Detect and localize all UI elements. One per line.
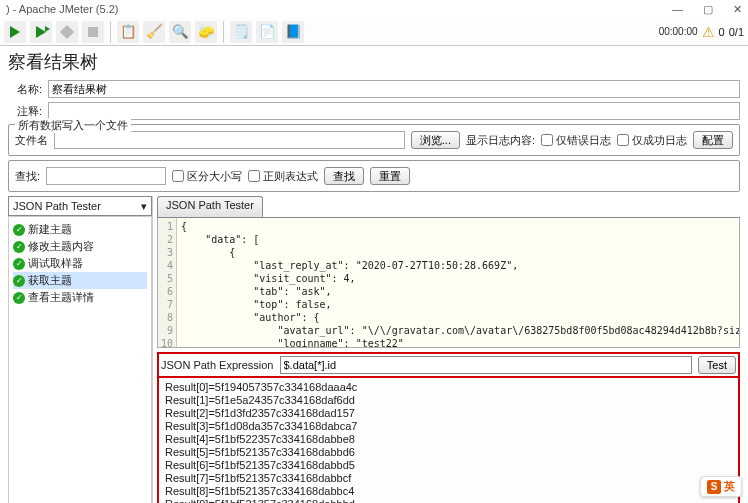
close-icon[interactable]: ✕: [733, 3, 742, 16]
toolbar-icon-3[interactable]: 🔍: [169, 21, 191, 43]
write-file-group: 所有数据写入一个文件 文件名 浏览... 显示日志内容: 仅错误日志 仅成功日志…: [8, 124, 740, 156]
search-group: 查找: 区分大小写 正则表达式 查找 重置: [8, 160, 740, 192]
ime-badge[interactable]: S英: [700, 476, 742, 497]
tree-item-label: 查看主题详情: [28, 290, 94, 305]
regex-label: 正则表达式: [263, 169, 318, 184]
search-label: 查找:: [15, 169, 40, 184]
minimize-icon[interactable]: —: [672, 3, 683, 16]
only-success-checkbox[interactable]: [617, 131, 629, 149]
tree-item-label: 修改主题内容: [28, 239, 94, 254]
case-sensitive-label: 区分大小写: [187, 169, 242, 184]
results-tree[interactable]: ✓新建主题✓修改主题内容✓调试取样器✓获取主题✓查看主题详情: [8, 216, 152, 503]
tree-item[interactable]: ✓调试取样器: [13, 255, 147, 272]
run-button[interactable]: [4, 21, 26, 43]
json-content: { "data": [ { "last_reply_at": "2020-07-…: [177, 218, 740, 348]
stop-button[interactable]: [82, 21, 104, 43]
warn-count: 0: [719, 26, 725, 38]
search-input[interactable]: [46, 167, 166, 185]
json-viewer[interactable]: 1 2 3 4 5 6 7 8 9 10 11 12 { "data": [ {…: [157, 218, 740, 348]
comment-input[interactable]: [48, 102, 740, 120]
run-all-button[interactable]: [30, 21, 52, 43]
ime-icon: S: [707, 480, 721, 494]
tree-item[interactable]: ✓修改主题内容: [13, 238, 147, 255]
panel-title: 察看结果树: [8, 50, 740, 74]
filename-input[interactable]: [54, 131, 405, 149]
thread-count: 0/1: [729, 26, 744, 38]
toolbar-icon-6[interactable]: 📄: [256, 21, 278, 43]
ime-text: 英: [724, 480, 735, 492]
toolbar-icon-5[interactable]: 🗒️: [230, 21, 252, 43]
json-path-expression-input[interactable]: [280, 356, 692, 374]
toolbar-icon-7[interactable]: 📘: [282, 21, 304, 43]
case-sensitive-checkbox[interactable]: [172, 170, 184, 182]
maximize-icon[interactable]: ▢: [703, 3, 713, 16]
tree-item[interactable]: ✓查看主题详情: [13, 289, 147, 306]
result-line: Result[6]=5f1bf521357c334168dabbd5: [165, 459, 732, 472]
tree-item-label: 获取主题: [28, 273, 72, 288]
result-line: Result[9]=5f1bf521357c334168dabbbd: [165, 498, 732, 503]
window-titlebar: ) - Apache JMeter (5.2) — ▢ ✕: [0, 0, 748, 18]
result-line: Result[1]=5f1e5a24357c334168daf6dd: [165, 394, 732, 407]
results-output[interactable]: Result[0]=5f194057357c334168daaa4cResult…: [157, 378, 740, 503]
chevron-down-icon: ▾: [141, 200, 147, 213]
configure-button[interactable]: 配置: [693, 131, 733, 149]
reset-button[interactable]: 重置: [370, 167, 410, 185]
window-title: ) - Apache JMeter (5.2): [6, 3, 119, 15]
json-path-expression-row: JSON Path Expression Test: [157, 352, 740, 378]
toolbar-icon-1[interactable]: 📋: [117, 21, 139, 43]
result-line: Result[7]=5f1bf521357c334168dabbcf: [165, 472, 732, 485]
comment-label: 注释:: [8, 104, 42, 119]
elapsed-timer: 00:00:00: [659, 26, 698, 37]
regex-checkbox[interactable]: [248, 170, 260, 182]
success-icon: ✓: [13, 292, 25, 304]
only-errors-label: 仅错误日志: [556, 133, 611, 148]
test-button[interactable]: Test: [698, 356, 736, 374]
result-line: Result[0]=5f194057357c334168daaa4c: [165, 381, 732, 394]
line-gutter: 1 2 3 4 5 6 7 8 9 10 11 12: [158, 218, 177, 348]
result-line: Result[4]=5f1bf522357c334168dabbe8: [165, 433, 732, 446]
result-line: Result[8]=5f1bf521357c334168dabbc4: [165, 485, 732, 498]
result-line: Result[3]=5f1d08da357c334168dabca7: [165, 420, 732, 433]
tree-item[interactable]: ✓获取主题: [13, 272, 147, 289]
warning-icon[interactable]: ⚠: [702, 24, 715, 40]
search-button[interactable]: 查找: [324, 167, 364, 185]
tree-item[interactable]: ✓新建主题: [13, 221, 147, 238]
tree-item-label: 新建主题: [28, 222, 72, 237]
json-path-expression-label: JSON Path Expression: [161, 359, 274, 371]
name-label: 名称:: [8, 82, 42, 97]
success-icon: ✓: [13, 224, 25, 236]
tab-json-path-tester[interactable]: JSON Path Tester: [157, 196, 263, 217]
show-log-label: 显示日志内容:: [466, 133, 535, 148]
result-line: Result[5]=5f1bf521357c334168dabbd6: [165, 446, 732, 459]
write-file-legend: 所有数据写入一个文件: [15, 118, 131, 133]
record-button[interactable]: [56, 21, 78, 43]
only-errors-checkbox[interactable]: [541, 131, 553, 149]
viewer-selector[interactable]: JSON Path Tester ▾: [8, 196, 152, 216]
main-toolbar: 📋 🧹 🔍 🧽 🗒️ 📄 📘 00:00:00 ⚠ 0 0/1: [0, 18, 748, 46]
viewer-selector-label: JSON Path Tester: [13, 200, 101, 212]
tree-item-label: 调试取样器: [28, 256, 83, 271]
toolbar-icon-4[interactable]: 🧽: [195, 21, 217, 43]
name-input[interactable]: [48, 80, 740, 98]
success-icon: ✓: [13, 275, 25, 287]
browse-button[interactable]: 浏览...: [411, 131, 460, 149]
success-icon: ✓: [13, 258, 25, 270]
result-line: Result[2]=5f1d3fd2357c334168dad157: [165, 407, 732, 420]
success-icon: ✓: [13, 241, 25, 253]
filename-label: 文件名: [15, 133, 48, 148]
only-success-label: 仅成功日志: [632, 133, 687, 148]
toolbar-icon-2[interactable]: 🧹: [143, 21, 165, 43]
